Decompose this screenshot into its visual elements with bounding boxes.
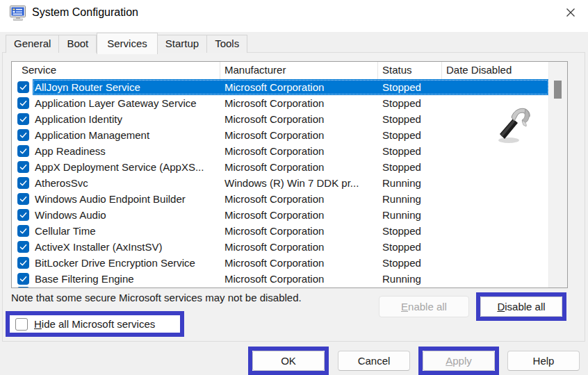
apply-label-key: A xyxy=(446,355,452,367)
table-row[interactable]: Application Layer Gateway Service Micros… xyxy=(12,95,549,111)
hide-checkbox-label: Hide all Microsoft services xyxy=(34,318,155,330)
service-manufacturer: Microsoft Corporation xyxy=(220,209,378,221)
service-manufacturer: Microsoft Corporation xyxy=(220,129,378,141)
service-name: Cellular Time xyxy=(33,225,220,237)
enable-all-label-key: E xyxy=(401,301,408,312)
service-manufacturer: Microsoft Corporation xyxy=(220,113,378,125)
table-row[interactable]: AllJoyn Router Service Microsoft Corpora… xyxy=(12,79,549,95)
table-row[interactable]: Cellular Time Microsoft Corporation Stop… xyxy=(12,223,549,239)
services-table: Service Manufacturer Status Date Disable… xyxy=(11,61,568,288)
annotation-box-ok: OK xyxy=(248,347,329,375)
service-status: Running xyxy=(378,193,442,205)
table-row[interactable]: Application Identity Microsoft Corporati… xyxy=(12,111,549,127)
service-row-content: Windows Audio Endpoint Builder Microsoft… xyxy=(33,191,549,207)
note-text: Note that some secure Microsoft services… xyxy=(11,292,302,303)
service-name: AtherosSvc xyxy=(33,177,220,189)
table-row[interactable]: AtherosSvc Windows (R) Win 7 DDK pr... R… xyxy=(12,175,549,191)
service-status: Running xyxy=(378,177,442,189)
service-checkbox-cell xyxy=(12,143,33,159)
table-row[interactable]: Application Management Microsoft Corpora… xyxy=(12,127,549,143)
service-row-content: Application Management Microsoft Corpora… xyxy=(33,127,549,143)
service-status: Stopped xyxy=(378,113,442,125)
table-row[interactable]: BitLocker Drive Encryption Service Micro… xyxy=(12,255,549,271)
tab-startup[interactable]: Startup xyxy=(158,35,207,53)
service-checkbox-checked[interactable] xyxy=(17,273,29,285)
column-header-service[interactable]: Service xyxy=(12,62,220,79)
service-row-content: Windows Audio Microsoft Corporation Runn… xyxy=(33,207,549,223)
service-status: Stopped xyxy=(378,257,442,269)
service-checkbox-checked[interactable] xyxy=(17,145,29,157)
service-name: Application Management xyxy=(33,129,220,141)
disable-all-button[interactable]: Disable all xyxy=(480,297,562,317)
column-header-manufacturer[interactable]: Manufacturer xyxy=(220,62,378,79)
apply-button[interactable]: Apply xyxy=(423,351,495,371)
service-checkbox-cell xyxy=(12,207,33,223)
service-checkbox-checked[interactable] xyxy=(17,241,29,253)
service-status: Stopped xyxy=(378,145,442,157)
service-checkbox-checked[interactable] xyxy=(17,97,29,109)
vertical-scrollbar[interactable] xyxy=(548,62,567,288)
table-row[interactable]: ActiveX Installer (AxInstSV) Microsoft C… xyxy=(12,239,549,255)
hide-microsoft-services-checkbox[interactable]: Hide all Microsoft services xyxy=(10,315,180,333)
partial-row-checkbox xyxy=(17,287,29,288)
service-name: App Readiness xyxy=(33,145,220,157)
service-name: Application Identity xyxy=(33,113,220,125)
enable-all-label-post: nable all xyxy=(408,301,447,312)
service-row-content: Cellular Time Microsoft Corporation Stop… xyxy=(33,223,549,239)
service-row-content: AtherosSvc Windows (R) Win 7 DDK pr... R… xyxy=(33,175,549,191)
service-checkbox-checked[interactable] xyxy=(17,113,29,125)
service-manufacturer: Microsoft Corporation xyxy=(220,193,378,205)
service-row-content: App Readiness Microsoft Corporation Stop… xyxy=(33,143,549,159)
tab-tools[interactable]: Tools xyxy=(207,35,247,53)
ok-button[interactable]: OK xyxy=(252,351,325,371)
scrollbar-thumb[interactable] xyxy=(554,81,562,99)
service-row-content: BitLocker Drive Encryption Service Micro… xyxy=(33,255,549,271)
service-row-content: Application Layer Gateway Service Micros… xyxy=(33,95,549,111)
service-checkbox-checked[interactable] xyxy=(17,161,29,173)
service-checkbox-checked[interactable] xyxy=(17,177,29,189)
service-status: Stopped xyxy=(378,129,442,141)
service-name: Base Filtering Engine xyxy=(33,273,220,285)
tab-boot[interactable]: Boot xyxy=(59,35,97,53)
tab-services[interactable]: Services xyxy=(97,33,158,54)
service-manufacturer: Microsoft Corporation xyxy=(220,97,378,109)
service-checkbox-cell xyxy=(12,239,33,255)
service-checkbox-cell xyxy=(12,111,33,127)
service-name: Windows Audio Endpoint Builder xyxy=(33,193,220,205)
service-manufacturer: Microsoft Corporation xyxy=(220,241,378,253)
table-row[interactable]: Windows Audio Microsoft Corporation Runn… xyxy=(12,207,549,223)
service-status: Stopped xyxy=(378,225,442,237)
service-checkbox-checked[interactable] xyxy=(17,81,29,93)
table-row[interactable]: Base Filtering Engine Microsoft Corporat… xyxy=(12,271,549,287)
enable-all-button[interactable]: Enable all xyxy=(379,296,469,317)
table-row[interactable]: App Readiness Microsoft Corporation Stop… xyxy=(12,143,549,159)
service-row-content: Base Filtering Engine Microsoft Corporat… xyxy=(33,271,549,287)
service-name: ActiveX Installer (AxInstSV) xyxy=(33,241,220,253)
help-button[interactable]: Help xyxy=(507,351,580,371)
service-checkbox-cell xyxy=(12,271,33,287)
service-checkbox-checked[interactable] xyxy=(17,193,29,205)
msconfig-icon xyxy=(9,5,28,22)
service-checkbox-checked[interactable] xyxy=(17,209,29,221)
service-checkbox-checked[interactable] xyxy=(17,225,29,237)
titlebar: System Configuration xyxy=(0,0,588,32)
service-manufacturer: Microsoft Corporation xyxy=(220,145,378,157)
table-row[interactable]: AppX Deployment Service (AppXS... Micros… xyxy=(12,159,549,175)
service-checkbox-cell xyxy=(12,191,33,207)
close-button[interactable] xyxy=(562,4,580,22)
service-status: Running xyxy=(378,209,442,221)
service-checkbox-checked[interactable] xyxy=(17,129,29,141)
service-status: Stopped xyxy=(378,241,442,253)
service-checkbox-cell xyxy=(12,223,33,239)
tab-general[interactable]: General xyxy=(6,35,59,53)
column-header-date-disabled[interactable]: Date Disabled xyxy=(442,62,549,79)
service-checkbox-checked[interactable] xyxy=(17,257,29,269)
checkbox-unchecked[interactable] xyxy=(15,318,28,331)
cancel-button[interactable]: Cancel xyxy=(338,351,410,371)
service-checkbox-cell xyxy=(12,175,33,191)
table-row[interactable]: Windows Audio Endpoint Builder Microsoft… xyxy=(12,191,549,207)
service-checkbox-cell xyxy=(12,127,33,143)
service-name: Windows Audio xyxy=(33,209,220,221)
column-header-status[interactable]: Status xyxy=(378,62,442,79)
window-title: System Configuration xyxy=(32,6,138,19)
